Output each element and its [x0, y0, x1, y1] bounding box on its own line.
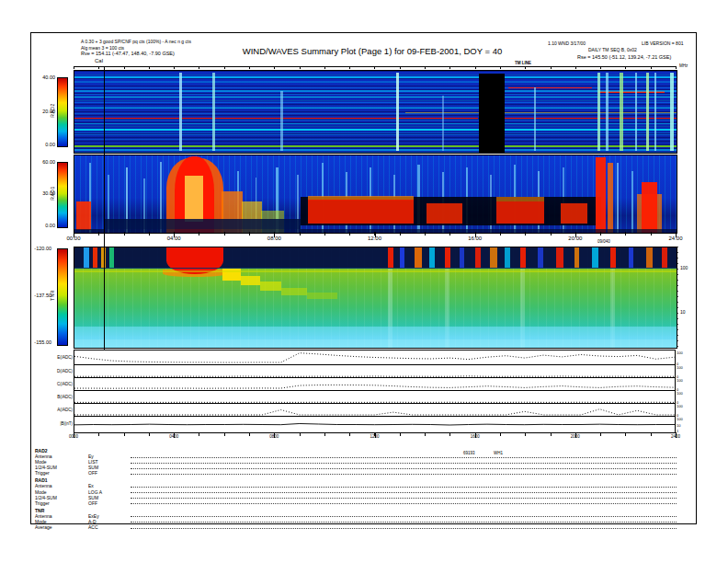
rad2-feature [74, 118, 478, 120]
tnr-feature [74, 268, 677, 269]
rad2-feature [654, 73, 657, 151]
footer-row-value: OFF [88, 470, 131, 476]
footer-row-leader [131, 498, 677, 499]
line-panel-label: A(/ADC) [32, 408, 73, 412]
rad1-feature [608, 163, 612, 233]
footer-row-value: A-D [88, 519, 131, 524]
line-panel-5: |B|(nT)100101 [74, 417, 676, 433]
waves-summary-plot: A 0.30 + 3 good SP/CNF pq cts (100%) - A… [0, 0, 728, 563]
rad1-feature [642, 182, 657, 233]
tnr-feature [281, 288, 307, 296]
footer-row-label: Mode [35, 459, 88, 465]
line-panel-right-tick: 1 [677, 429, 678, 433]
tnr-feature [592, 247, 598, 268]
tnr-feature [74, 327, 677, 339]
tnr-right-axis-ticks [677, 247, 678, 347]
line-panel-label: D(/ADC) [32, 369, 73, 373]
line-panel-right-tick: 100 [677, 417, 683, 421]
time-tick-label: 24:00 [668, 236, 682, 241]
rad2-colorbar [57, 77, 68, 147]
time-tick-label: 2000 [571, 434, 580, 439]
line-panel-2: C(/ADC)1000 [74, 378, 676, 391]
rad2-feature [396, 73, 399, 151]
rad2-feature [442, 96, 444, 152]
footer-row-leader [131, 474, 677, 475]
footer-row-leader [131, 463, 677, 464]
footer-row-value: SUM [88, 495, 131, 500]
line-panel-trace [74, 391, 675, 403]
rad2-feature [74, 123, 677, 124]
rad2-cbar-tick-min: 0.00 [31, 142, 55, 147]
footer-row: TriggerOFF [35, 470, 677, 476]
rad2-feature [179, 73, 182, 151]
line-panel-4: A(/ADC)1000 [74, 404, 676, 417]
line-panel-trace [74, 365, 675, 377]
time-tick-label: 1200 [370, 434, 379, 439]
header-version-left: 1.10 WND 3/17/00 [548, 40, 586, 47]
rad1-feature [596, 157, 605, 233]
rad2-feature [74, 90, 677, 91]
footer-row-label: Mode [35, 489, 88, 495]
rad2-feature [505, 118, 677, 120]
tnr-feature [109, 247, 114, 268]
rad2-feature [508, 87, 593, 89]
footer-row-label: 1/2/4-SUM [35, 495, 88, 500]
date-label: 09/040 [597, 239, 610, 244]
footer-row-leader [131, 457, 677, 458]
rad1-feature [496, 201, 544, 224]
rad2-feature [280, 91, 283, 151]
footer-row-label: Trigger [35, 470, 88, 476]
tnr-feature [74, 270, 677, 272]
rad1-feature [308, 200, 414, 224]
cal-marker-line [104, 66, 105, 361]
footer-section-tnr: TNRAntennaExEyModeA-DAverageACC [35, 508, 677, 530]
tnr-feature [662, 247, 668, 268]
tnr-feature [222, 268, 241, 281]
footer-row-value: Ex [88, 483, 131, 488]
header-lib-version: LIB VERSION = 801 [642, 40, 683, 47]
tnr-feature [241, 276, 260, 286]
tnr-cbar-tick-min: -155.00 [28, 339, 51, 345]
footer-row-leader [131, 492, 677, 493]
rad1-feature [427, 203, 462, 224]
cal-label: Cal [95, 58, 103, 63]
rad2-feature [597, 73, 600, 151]
bottom-time-axis-labels: 0000040008001200160020002400 [74, 434, 676, 442]
line-panel-trace [74, 378, 675, 390]
line-panel-right-tick: 100 [677, 404, 683, 408]
time-tick-label: 08:00 [267, 236, 281, 241]
tnr-right-tick-10: 10 [680, 309, 686, 315]
tnr-feature [538, 247, 542, 268]
rad2-feature [635, 73, 638, 151]
time-tick-label: 0000 [69, 434, 78, 439]
rad1-feature [631, 171, 633, 233]
footer-section-rad2: RAD2AntennaEyModeLIST1/2/4-SUMSUMTrigger… [35, 448, 677, 476]
footer-row-label: Trigger [35, 500, 88, 506]
footer-row-label: Mode [35, 519, 88, 524]
time-tick-label: 04:00 [167, 236, 181, 241]
tnr-feature [646, 247, 653, 268]
tnr-panel-label: TNR [50, 290, 55, 301]
tnr-cbar-tick-max: -120.00 [28, 246, 51, 251]
tm-line-label: TM LINE [515, 61, 531, 65]
line-panel-0: E(/ADC)1000 [74, 350, 676, 365]
footer-section-rad1: RAD1AntennaExModeLOG A1/2/4-SUMSUMTrigge… [35, 477, 677, 505]
tnr-cbar-tick-mid: -137.50 [28, 293, 51, 298]
rad2-feature [74, 76, 677, 77]
footer-row-leader [131, 522, 677, 523]
rad2-feature [479, 74, 505, 153]
top-axis-ticks [74, 66, 677, 69]
time-tick-label: 0400 [169, 434, 178, 439]
receiver-status-footer: RAD2AntennaEyModeLIST1/2/4-SUMSUMTrigger… [35, 448, 677, 532]
tnr-feature [400, 247, 404, 268]
tnr-colorbar [57, 248, 68, 346]
rad2-feature [74, 145, 677, 147]
time-tick-label: 0800 [269, 434, 279, 439]
tnr-feature [445, 247, 451, 268]
tnr-feature [629, 247, 633, 268]
tnr-feature [556, 247, 563, 268]
rad2-feature [212, 73, 215, 151]
tnr-feature [415, 247, 422, 268]
footer-row-label: 1/2/4-SUM [35, 465, 88, 470]
line-panel-label: |B|(nT) [32, 421, 73, 426]
